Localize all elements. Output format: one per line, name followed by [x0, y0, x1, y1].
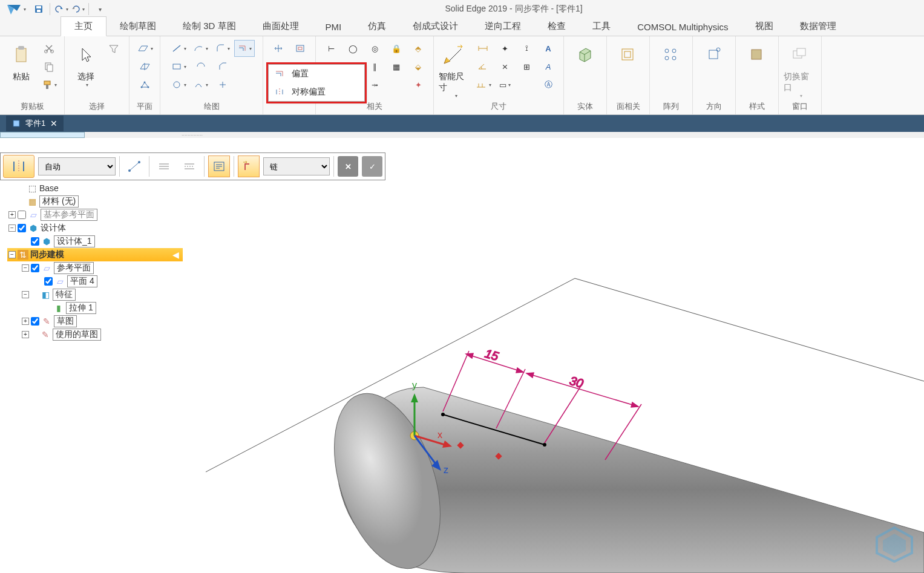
- format-painter-button[interactable]: ▾: [39, 76, 59, 93]
- tree-node-material[interactable]: ▦材料 (无): [7, 195, 183, 208]
- parallel-relation-button[interactable]: ∥: [364, 58, 385, 75]
- select-option-a-button[interactable]: [153, 156, 175, 177]
- plane-3pt-button[interactable]: [134, 76, 155, 93]
- tree-node-used-sketches[interactable]: +✎使用的草图: [21, 328, 183, 341]
- menu-item-symmetric-offset[interactable]: 对称偏置: [269, 83, 364, 101]
- menu-item-offset[interactable]: 偏置: [269, 65, 364, 83]
- visibility-checkbox[interactable]: [44, 277, 53, 286]
- switch-window-button[interactable]: 切换窗口▾: [784, 40, 816, 99]
- expand-button[interactable]: +: [22, 318, 29, 325]
- selection-filter-button[interactable]: [103, 40, 124, 57]
- connect-relation-button[interactable]: ⊢: [321, 40, 341, 57]
- tree-node-base[interactable]: ⬚Base: [7, 182, 183, 195]
- text-style-button[interactable]: A: [538, 58, 559, 75]
- app-menu-button[interactable]: ▾: [4, 1, 28, 18]
- tab-home[interactable]: 主页: [61, 16, 106, 36]
- attach-dim-button[interactable]: ▭▾: [494, 76, 515, 93]
- save-button[interactable]: [31, 2, 46, 16]
- arc-button[interactable]: ▾: [191, 40, 211, 57]
- coincident-plane-button[interactable]: ▾: [134, 40, 155, 57]
- accept-command-button[interactable]: ✓: [362, 156, 382, 177]
- tree-node-plane-4[interactable]: ▱平面 4: [34, 275, 183, 288]
- style-button[interactable]: [741, 40, 773, 70]
- concentric-relation-button[interactable]: ◎: [364, 40, 385, 57]
- tab-comsol[interactable]: COMSOL Multiphysics: [624, 18, 741, 36]
- cut-button[interactable]: [39, 40, 59, 57]
- orient-button[interactable]: [698, 40, 730, 70]
- cancel-command-button[interactable]: ✕: [338, 156, 358, 177]
- qat-customize-button[interactable]: ▾: [93, 2, 107, 16]
- chamfer-button[interactable]: [212, 58, 233, 75]
- tab-pmi[interactable]: PMI: [312, 18, 355, 36]
- expand-button[interactable]: −: [8, 224, 16, 232]
- tree-node-sketches[interactable]: +✎草图: [21, 315, 183, 328]
- chain-mode-select[interactable]: 链: [263, 157, 330, 175]
- select-button[interactable]: 选择 ▾: [70, 40, 102, 88]
- move-button[interactable]: [268, 40, 289, 57]
- lock-relation-button[interactable]: 🔒: [386, 40, 407, 57]
- document-tab-close-button[interactable]: ✕: [50, 119, 57, 128]
- undo-button[interactable]: ▾: [54, 2, 68, 16]
- offset-split-button[interactable]: ▾: [234, 40, 255, 57]
- orientation-triad[interactable]: y x z: [410, 380, 502, 475]
- tab-inspect[interactable]: 检查: [534, 17, 579, 36]
- tree-node-design-body-1[interactable]: ⬢设计体_1: [21, 235, 183, 248]
- line-button[interactable]: ▾: [169, 40, 189, 57]
- step-chain-button[interactable]: [238, 156, 260, 177]
- tab-3d-sketch[interactable]: 绘制 3D 草图: [169, 17, 249, 36]
- tree-node-synchronous[interactable]: −⇅同步建模◀: [7, 248, 183, 261]
- pattern-button[interactable]: [655, 40, 687, 70]
- distance-dim-button[interactable]: [473, 40, 493, 57]
- tree-node-features[interactable]: −◧特征: [21, 288, 183, 301]
- expand-button[interactable]: +: [8, 211, 16, 218]
- tab-surfacing[interactable]: 曲面处理: [249, 17, 312, 36]
- keypoint-options-button[interactable]: [123, 156, 145, 177]
- visibility-checkbox[interactable]: [31, 237, 39, 246]
- selection-mode-select[interactable]: 自动: [38, 157, 116, 175]
- expand-button[interactable]: −: [22, 264, 29, 272]
- visibility-checkbox[interactable]: [31, 317, 39, 326]
- paste-button[interactable]: 粘贴: [5, 40, 38, 82]
- symmetric-relation-button[interactable]: ⤞: [364, 76, 385, 93]
- dimension-30[interactable]: 30: [526, 373, 641, 460]
- rectangle-button[interactable]: ▾: [169, 58, 189, 75]
- arc-3pt-button[interactable]: ▾: [191, 76, 211, 93]
- plane-normal-button[interactable]: [134, 58, 155, 75]
- expand-button[interactable]: +: [22, 331, 29, 338]
- visibility-checkbox[interactable]: [31, 264, 39, 272]
- text-profile-button[interactable]: Ⓐ: [538, 76, 559, 93]
- tree-node-basic-ref-planes[interactable]: +▱基本参考平面: [7, 208, 183, 221]
- angle-dim-button[interactable]: [473, 58, 493, 75]
- fillet-button[interactable]: ▾: [212, 40, 233, 57]
- tangent-relation-button[interactable]: ◯: [342, 40, 363, 57]
- tab-sketch[interactable]: 绘制草图: [106, 17, 169, 36]
- extrude-button[interactable]: [569, 40, 601, 70]
- tree-node-design-body[interactable]: −⬢设计体: [7, 221, 183, 235]
- tab-tools[interactable]: 工具: [579, 17, 624, 36]
- face-relate-button[interactable]: [612, 40, 644, 70]
- text-button[interactable]: A: [538, 40, 559, 57]
- arc-tangent-button[interactable]: [191, 58, 211, 75]
- visibility-checkbox[interactable]: [18, 224, 26, 232]
- tab-simulation[interactable]: 仿真: [355, 17, 399, 36]
- expand-button[interactable]: −: [22, 291, 29, 298]
- project-button[interactable]: [290, 40, 310, 57]
- relation-maintain-button[interactable]: ⬙: [408, 58, 428, 75]
- tab-view[interactable]: 视图: [742, 17, 787, 36]
- document-tab[interactable]: 零件1 ✕: [6, 116, 64, 131]
- expand-button[interactable]: −: [8, 251, 16, 258]
- circle-button[interactable]: ▾: [169, 76, 189, 93]
- point-button[interactable]: [212, 76, 233, 93]
- visibility-checkbox[interactable]: [18, 211, 26, 219]
- tree-node-ref-plane[interactable]: −▱参考平面: [21, 261, 183, 275]
- dim-type-button[interactable]: ⟟: [516, 40, 537, 57]
- copy-button[interactable]: [39, 58, 59, 75]
- redo-button[interactable]: ▾: [70, 2, 85, 16]
- dimension-15[interactable]: 15: [443, 347, 525, 428]
- smart-dimension-button[interactable]: 智能尺寸 ▾: [439, 40, 471, 99]
- tab-data[interactable]: 数据管理: [787, 17, 850, 36]
- pathfinder-splitter[interactable]: ··············: [0, 132, 924, 138]
- auto-dim-button[interactable]: ✦: [494, 40, 515, 57]
- dim-axis-button[interactable]: ⊞: [516, 58, 537, 75]
- tree-node-extrude-1[interactable]: ▮拉伸 1: [34, 301, 183, 315]
